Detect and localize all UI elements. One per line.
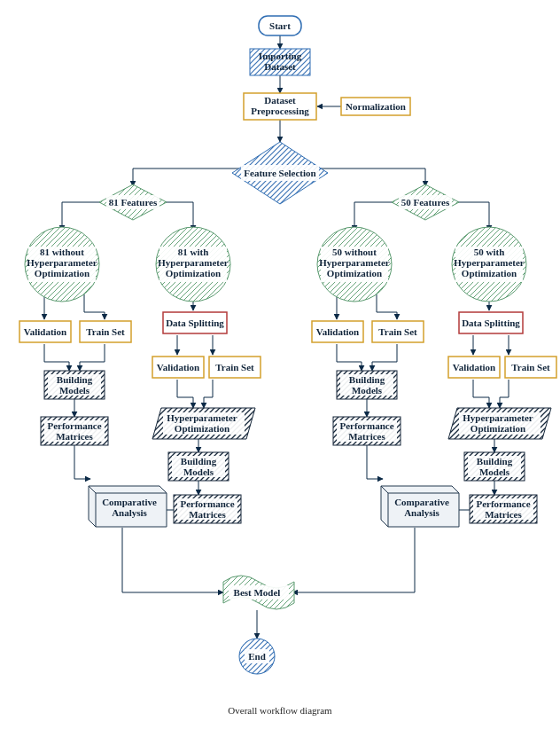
c81-l1: Comparative (102, 497, 157, 507)
train-50y: Train Set (505, 357, 556, 378)
p81y-l2: Matrices (189, 509, 226, 520)
p50n-l2: Matrices (348, 431, 385, 442)
h50-l2: Optimization (471, 423, 525, 434)
train50n-t: Train Set (378, 326, 417, 337)
c50yes-node: 50 with Hyperparameter Optimization (452, 227, 526, 302)
c81yes-node: 81 with Hyperparameter Optimization (156, 227, 230, 302)
val50n-t: Validation (316, 326, 360, 337)
p50n-l1: Performance (339, 420, 393, 431)
import-l1: Importing (259, 51, 302, 61)
p81n-l1: Performance (47, 420, 101, 431)
c81no-l1: 81 without (40, 247, 84, 257)
c50n-l3: Optimization (327, 268, 382, 278)
h81-l2: Optimization (175, 423, 229, 434)
c50-l2: Analysis (404, 507, 439, 518)
c50-l1: Comparative (394, 497, 449, 507)
build-81no: Building Models (44, 371, 105, 399)
c50no-node: 50 without Hyperparameter Optimization (317, 227, 392, 302)
b50n-l2: Models (352, 385, 383, 396)
c81y-l1: 81 with (178, 247, 209, 257)
end-label: End (248, 651, 266, 662)
build-81y: Building Models (168, 452, 229, 481)
pre-l2: Preprocessing (251, 106, 309, 116)
b50y-l2: Models (479, 466, 510, 477)
build-50no: Building Models (337, 371, 397, 399)
perf-50no: Performance Matrices (333, 417, 401, 445)
import-l2: Dataset (264, 61, 296, 72)
split81-t: Data Splitting (166, 317, 224, 328)
val-81no: Validation (19, 321, 71, 342)
end-node: End (239, 639, 275, 674)
c50y-l3: Optimization (462, 268, 517, 278)
h50-l1: Hyperparameter (463, 412, 533, 423)
start-label: Start (269, 20, 291, 31)
hopt-81: Hyperparameter Optimization (152, 408, 255, 439)
c81no-node: 81 without Hyperparameter Optimization (25, 227, 99, 302)
c81no-l2: Hyperparameter (27, 257, 97, 268)
preproc-node: Dataset Preprocessing (244, 93, 316, 120)
perf-50y: Performance Matrices (470, 495, 537, 523)
b50n-l1: Building (349, 374, 385, 385)
c81no-l3: Optimization (35, 268, 89, 278)
train-50no: Train Set (372, 321, 424, 342)
c81y-l3: Optimization (166, 268, 221, 278)
b81y-l2: Models (183, 466, 214, 477)
c81y-l2: Hyperparameter (158, 257, 229, 268)
train-81no: Train Set (80, 321, 131, 342)
train50y-t: Train Set (511, 362, 550, 372)
perf-81no: Performance Matrices (41, 417, 108, 445)
best-label: Best Model (234, 587, 281, 598)
c50n-l2: Hyperparameter (319, 257, 390, 268)
val50y-t: Validation (453, 362, 496, 372)
caption: Overall workflow diagram (228, 705, 332, 716)
train81y-t: Train Set (215, 362, 254, 372)
b81n-l1: Building (57, 374, 93, 385)
split-81: Data Splitting (163, 312, 227, 333)
build-50y: Building Models (464, 452, 525, 481)
b50y-l1: Building (477, 456, 513, 466)
hopt-50: Hyperparameter Optimization (448, 408, 551, 439)
import-node: Importing Dataset (250, 49, 310, 75)
perf-81y: Performance Matrices (174, 495, 241, 523)
p50y-l2: Matrices (485, 509, 522, 520)
val-50y: Validation (448, 357, 500, 378)
feature-label: Feature Selection (244, 168, 315, 178)
norm-node: Normalization (341, 98, 410, 115)
flowchart: Start Importing Dataset Dataset Preproce… (0, 0, 560, 729)
val81y-t: Validation (157, 362, 200, 372)
f81-label: 81 Features (109, 197, 158, 208)
best-node: Best Model (223, 576, 294, 609)
h81-l1: Hyperparameter (167, 412, 237, 423)
c50y-l1: 50 with (474, 247, 505, 257)
p81n-l2: Matrices (56, 431, 93, 442)
f81-node: 81 Features (99, 184, 167, 220)
feature-node: Feature Selection (232, 142, 328, 204)
val-81y: Validation (152, 357, 204, 378)
comp-50: Comparative Analysis (381, 486, 459, 527)
b81y-l1: Building (181, 456, 217, 466)
split-50: Data Splitting (459, 312, 523, 333)
f50-node: 50 Features (392, 184, 459, 220)
split50-t: Data Splitting (462, 317, 520, 328)
start-node: Start (259, 16, 301, 35)
p50y-l1: Performance (476, 498, 530, 509)
c50n-l1: 50 without (332, 247, 377, 257)
train-81y: Train Set (209, 357, 261, 378)
f50-label: 50 Features (401, 197, 450, 208)
b81n-l2: Models (59, 385, 90, 396)
comp-81: Comparative Analysis (89, 486, 167, 527)
norm-label: Normalization (346, 101, 406, 112)
c81-l2: Analysis (112, 507, 147, 518)
pre-l1: Dataset (264, 95, 296, 106)
val-50no: Validation (312, 321, 363, 342)
train-81no-t: Train Set (86, 326, 125, 337)
p81y-l1: Performance (180, 498, 234, 509)
c50y-l2: Hyperparameter (454, 257, 525, 268)
val-81no-t: Validation (24, 326, 67, 337)
